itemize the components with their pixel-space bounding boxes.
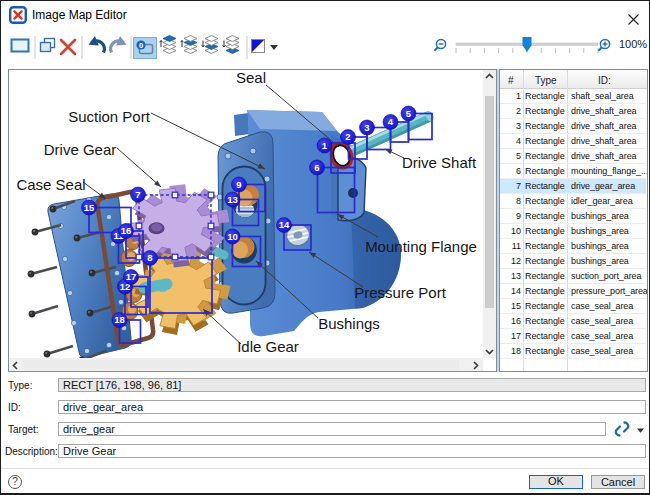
svg-text:Seal: Seal bbox=[236, 70, 266, 86]
svg-text:13: 13 bbox=[227, 194, 238, 205]
svg-text:10: 10 bbox=[227, 231, 238, 242]
svg-text:100%: 100% bbox=[619, 38, 647, 50]
svg-text:16: 16 bbox=[121, 225, 132, 236]
svg-text:7: 7 bbox=[135, 189, 140, 200]
svg-text:2: 2 bbox=[345, 131, 350, 142]
svg-text:Drive Gear: Drive Gear bbox=[44, 141, 117, 158]
svg-text:6: 6 bbox=[314, 162, 319, 173]
svg-text:17: 17 bbox=[126, 271, 137, 282]
svg-text:15: 15 bbox=[84, 202, 95, 213]
svg-text:Pressure Port: Pressure Port bbox=[354, 284, 447, 301]
svg-text:Suction Port: Suction Port bbox=[68, 108, 151, 125]
svg-text:18: 18 bbox=[114, 314, 125, 325]
svg-text:Mounting Flange: Mounting Flange bbox=[365, 238, 477, 255]
svg-text:8: 8 bbox=[147, 252, 152, 263]
svg-text:Bushings: Bushings bbox=[318, 315, 380, 332]
svg-text:Case Seal: Case Seal bbox=[16, 176, 85, 193]
svg-text:9: 9 bbox=[236, 179, 241, 190]
svg-text:5: 5 bbox=[406, 108, 412, 119]
svg-text:4: 4 bbox=[388, 116, 394, 127]
svg-text:3: 3 bbox=[364, 122, 369, 133]
svg-text:14: 14 bbox=[279, 219, 290, 230]
svg-text:1: 1 bbox=[322, 140, 328, 151]
svg-text:Idle Gear: Idle Gear bbox=[237, 338, 299, 355]
svg-text:0: 0 bbox=[139, 41, 143, 50]
svg-text:Drive Shaft: Drive Shaft bbox=[402, 154, 477, 171]
